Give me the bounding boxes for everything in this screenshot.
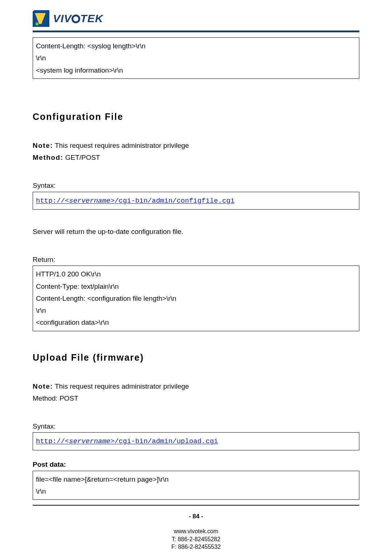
method-label: Method: (33, 154, 63, 161)
syntax-box-upload: http://<servername>/cgi-bin/admin/upload… (33, 432, 359, 450)
page-footer: - 84 - www.vivotek.com T: 886-2-82455282… (33, 513, 359, 551)
method-value: GET/POST (63, 154, 100, 161)
brand-mark-icon (33, 10, 49, 27)
section-title-upload-file: Upload File (firmware) (33, 352, 359, 363)
syslog-return-box: Content-Length: <syslog length>\r\n \r\n… (33, 37, 359, 79)
return-label: Return: (33, 254, 359, 266)
url-servername: <servername> (65, 197, 115, 205)
code-line: \r\n (36, 304, 356, 316)
code-line: <system log information>\r\n (36, 64, 356, 76)
document-page: VIVTEK Content-Length: <syslog length>\r… (0, 0, 392, 555)
code-line: \r\n (36, 485, 356, 497)
config-desc: Server will return the up-to-date config… (33, 226, 359, 238)
url-scheme: http:// (36, 197, 65, 205)
url-path: /cgi-bin/admin/upload.cgi (115, 437, 218, 445)
syntax-label: Syntax: (33, 420, 359, 432)
syntax-url: http://<servername>/cgi-bin/admin/upload… (36, 437, 218, 445)
note-line: Note: This request requires administrato… (33, 380, 359, 392)
note-label: Note: (33, 142, 53, 149)
syntax-label: Syntax: (33, 179, 359, 191)
header-logo: VIVTEK (33, 10, 359, 27)
header-rule (33, 31, 359, 32)
footer-tel: T: 886-2-82455282 (33, 535, 359, 543)
post-data-box: file=<file name>[&return=<return page>]\… (33, 471, 359, 500)
footer-rule (33, 505, 359, 506)
code-line: HTTP/1.0 200 OK\r\n (36, 268, 356, 280)
code-line: <configuration data>\r\n (36, 316, 356, 328)
url-path: /cgi-bin/admin/configfile.cgi (115, 197, 235, 205)
syntax-url: http://<servername>/cgi-bin/admin/config… (36, 197, 234, 205)
url-servername: <servername> (65, 437, 115, 445)
url-scheme: http:// (36, 437, 65, 445)
section-title-configuration-file: Configuration File (33, 112, 359, 122)
page-number: - 84 - (33, 513, 359, 520)
code-line: file=<file name>[&return=<return page>]\… (36, 473, 356, 485)
return-box-config: HTTP/1.0 200 OK\r\n Content-Type: text/p… (33, 266, 359, 331)
code-line: \r\n (36, 52, 356, 64)
note-label: Note: (33, 382, 53, 390)
footer-site: www.vivotek.com (33, 527, 359, 535)
brand-name: VIVTEK (53, 12, 103, 25)
code-line: Content-Length: <configuration file leng… (36, 292, 356, 304)
syntax-box-config: http://<servername>/cgi-bin/admin/config… (33, 192, 359, 210)
note-text: This request requires administrator priv… (53, 142, 189, 149)
code-line: Content-Type: text/plain\r\n (36, 280, 356, 292)
method-line: Method: POST (33, 392, 359, 404)
post-data-label: Post data: (33, 461, 359, 469)
code-line: Content-Length: <syslog length>\r\n (36, 40, 356, 52)
note-text: This request requires administrator priv… (53, 382, 189, 390)
footer-fax: F: 886-2-82455532 (33, 543, 359, 551)
method-line: Method: GET/POST (33, 151, 359, 163)
note-line: Note: This request requires administrato… (33, 139, 359, 151)
